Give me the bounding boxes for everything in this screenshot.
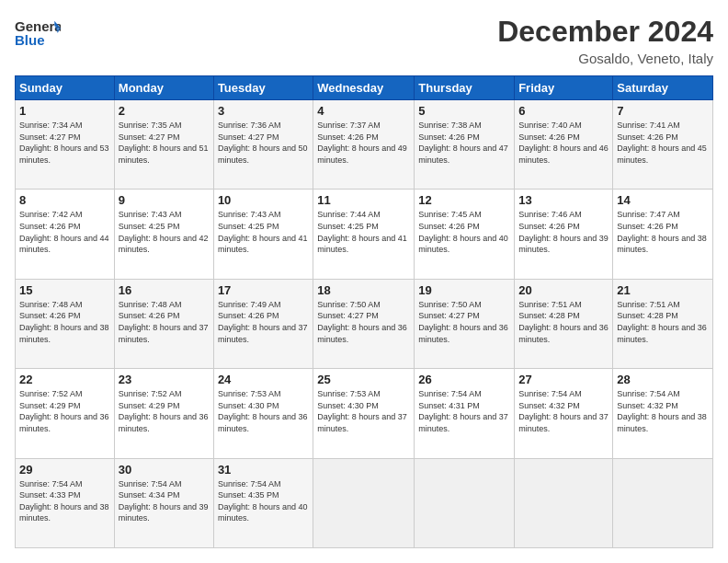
calendar-cell: 29 Sunrise: 7:54 AMSunset: 4:33 PMDaylig…: [16, 458, 115, 547]
day-number: 27: [518, 373, 609, 386]
day-number: 18: [317, 283, 410, 297]
logo: General Blue: [15, 15, 61, 52]
calendar-cell: 25 Sunrise: 7:53 AMSunset: 4:30 PMDaylig…: [313, 369, 415, 458]
day-number: 24: [218, 373, 309, 386]
calendar-cell: 15 Sunrise: 7:48 AMSunset: 4:26 PMDaylig…: [16, 279, 115, 368]
calendar-cell: 28 Sunrise: 7:54 AMSunset: 4:32 PMDaylig…: [613, 369, 713, 458]
calendar-week-5: 29 Sunrise: 7:54 AMSunset: 4:33 PMDaylig…: [16, 458, 713, 547]
header-row: Sunday Monday Tuesday Wednesday Thursday…: [16, 76, 713, 100]
day-info: Sunrise: 7:54 AMSunset: 4:32 PMDaylight:…: [617, 389, 707, 433]
header: General Blue December 2024 Gosaldo, Vene…: [15, 15, 713, 66]
day-number: 20: [518, 283, 609, 297]
day-number: 5: [418, 104, 510, 118]
day-info: Sunrise: 7:42 AMSunset: 4:26 PMDaylight:…: [19, 210, 109, 254]
day-info: Sunrise: 7:34 AMSunset: 4:27 PMDaylight:…: [19, 121, 109, 165]
svg-text:Blue: Blue: [15, 32, 45, 48]
day-number: 2: [119, 104, 210, 118]
calendar-cell: 9 Sunrise: 7:43 AMSunset: 4:25 PMDayligh…: [114, 190, 213, 279]
day-info: Sunrise: 7:36 AMSunset: 4:27 PMDaylight:…: [218, 121, 308, 165]
day-info: Sunrise: 7:49 AMSunset: 4:26 PMDaylight:…: [218, 300, 308, 344]
col-thursday: Thursday: [415, 76, 515, 100]
col-wednesday: Wednesday: [313, 76, 415, 100]
logo-icon: General Blue: [15, 15, 61, 52]
calendar-cell: 16 Sunrise: 7:48 AMSunset: 4:26 PMDaylig…: [114, 279, 213, 368]
day-info: Sunrise: 7:51 AMSunset: 4:28 PMDaylight:…: [617, 300, 707, 344]
day-number: 13: [518, 193, 609, 207]
title-block: December 2024 Gosaldo, Veneto, Italy: [497, 15, 713, 66]
day-number: 14: [617, 193, 709, 207]
day-number: 30: [119, 463, 210, 477]
day-info: Sunrise: 7:35 AMSunset: 4:27 PMDaylight:…: [119, 121, 209, 165]
day-number: 23: [119, 373, 210, 386]
day-info: Sunrise: 7:45 AMSunset: 4:26 PMDaylight:…: [418, 210, 508, 254]
calendar-cell: [415, 458, 515, 547]
day-number: 28: [617, 373, 709, 386]
day-number: 15: [19, 283, 110, 297]
day-info: Sunrise: 7:48 AMSunset: 4:26 PMDaylight:…: [119, 300, 209, 344]
day-info: Sunrise: 7:54 AMSunset: 4:31 PMDaylight:…: [418, 389, 508, 433]
calendar-cell: 31 Sunrise: 7:54 AMSunset: 4:35 PMDaylig…: [213, 458, 313, 547]
day-info: Sunrise: 7:48 AMSunset: 4:26 PMDaylight:…: [19, 300, 109, 344]
day-info: Sunrise: 7:53 AMSunset: 4:30 PMDaylight:…: [317, 389, 407, 433]
calendar-cell: 11 Sunrise: 7:44 AMSunset: 4:25 PMDaylig…: [313, 190, 415, 279]
day-info: Sunrise: 7:52 AMSunset: 4:29 PMDaylight:…: [19, 389, 109, 433]
day-info: Sunrise: 7:50 AMSunset: 4:27 PMDaylight:…: [418, 300, 508, 344]
location: Gosaldo, Veneto, Italy: [497, 51, 713, 66]
calendar-cell: 3 Sunrise: 7:36 AMSunset: 4:27 PMDayligh…: [213, 100, 313, 190]
calendar-cell: 26 Sunrise: 7:54 AMSunset: 4:31 PMDaylig…: [415, 369, 515, 458]
day-info: Sunrise: 7:44 AMSunset: 4:25 PMDaylight:…: [317, 210, 407, 254]
calendar-cell: 24 Sunrise: 7:53 AMSunset: 4:30 PMDaylig…: [213, 369, 313, 458]
calendar-cell: 27 Sunrise: 7:54 AMSunset: 4:32 PMDaylig…: [515, 369, 613, 458]
calendar-cell: 6 Sunrise: 7:40 AMSunset: 4:26 PMDayligh…: [515, 100, 613, 190]
month-title: December 2024: [497, 15, 713, 49]
day-number: 16: [119, 283, 210, 297]
day-info: Sunrise: 7:50 AMSunset: 4:27 PMDaylight:…: [317, 300, 407, 344]
calendar-cell: [613, 458, 713, 547]
calendar-cell: 19 Sunrise: 7:50 AMSunset: 4:27 PMDaylig…: [415, 279, 515, 368]
calendar-cell: 10 Sunrise: 7:43 AMSunset: 4:25 PMDaylig…: [213, 190, 313, 279]
day-number: 7: [617, 104, 709, 118]
calendar-week-2: 8 Sunrise: 7:42 AMSunset: 4:26 PMDayligh…: [16, 190, 713, 279]
col-friday: Friday: [515, 76, 613, 100]
calendar-cell: [515, 458, 613, 547]
day-number: 1: [19, 104, 110, 118]
calendar-cell: 1 Sunrise: 7:34 AMSunset: 4:27 PMDayligh…: [16, 100, 115, 190]
calendar-cell: 7 Sunrise: 7:41 AMSunset: 4:26 PMDayligh…: [613, 100, 713, 190]
calendar-cell: 30 Sunrise: 7:54 AMSunset: 4:34 PMDaylig…: [114, 458, 213, 547]
day-number: 19: [418, 283, 510, 297]
calendar-cell: 17 Sunrise: 7:49 AMSunset: 4:26 PMDaylig…: [213, 279, 313, 368]
calendar-week-4: 22 Sunrise: 7:52 AMSunset: 4:29 PMDaylig…: [16, 369, 713, 458]
day-info: Sunrise: 7:43 AMSunset: 4:25 PMDaylight:…: [218, 210, 308, 254]
day-number: 26: [418, 373, 510, 386]
col-saturday: Saturday: [613, 76, 713, 100]
day-info: Sunrise: 7:47 AMSunset: 4:26 PMDaylight:…: [617, 210, 707, 254]
calendar-cell: 5 Sunrise: 7:38 AMSunset: 4:26 PMDayligh…: [415, 100, 515, 190]
calendar-cell: 13 Sunrise: 7:46 AMSunset: 4:26 PMDaylig…: [515, 190, 613, 279]
day-info: Sunrise: 7:52 AMSunset: 4:29 PMDaylight:…: [119, 389, 209, 433]
day-info: Sunrise: 7:54 AMSunset: 4:33 PMDaylight:…: [19, 479, 109, 523]
day-number: 11: [317, 193, 410, 207]
day-number: 10: [218, 193, 309, 207]
calendar-cell: 14 Sunrise: 7:47 AMSunset: 4:26 PMDaylig…: [613, 190, 713, 279]
day-info: Sunrise: 7:38 AMSunset: 4:26 PMDaylight:…: [418, 121, 508, 165]
day-number: 22: [19, 373, 110, 386]
day-info: Sunrise: 7:53 AMSunset: 4:30 PMDaylight:…: [218, 389, 308, 433]
day-number: 4: [317, 104, 410, 118]
calendar-cell: 8 Sunrise: 7:42 AMSunset: 4:26 PMDayligh…: [16, 190, 115, 279]
day-number: 3: [218, 104, 309, 118]
day-info: Sunrise: 7:54 AMSunset: 4:35 PMDaylight:…: [218, 479, 308, 523]
day-number: 8: [19, 193, 110, 207]
day-number: 17: [218, 283, 309, 297]
day-info: Sunrise: 7:43 AMSunset: 4:25 PMDaylight:…: [119, 210, 209, 254]
col-tuesday: Tuesday: [213, 76, 313, 100]
day-number: 25: [317, 373, 410, 386]
col-monday: Monday: [114, 76, 213, 100]
day-info: Sunrise: 7:37 AMSunset: 4:26 PMDaylight:…: [317, 121, 407, 165]
day-number: 9: [119, 193, 210, 207]
calendar-cell: 12 Sunrise: 7:45 AMSunset: 4:26 PMDaylig…: [415, 190, 515, 279]
day-info: Sunrise: 7:41 AMSunset: 4:26 PMDaylight:…: [617, 121, 707, 165]
day-info: Sunrise: 7:46 AMSunset: 4:26 PMDaylight:…: [518, 210, 609, 254]
day-number: 29: [19, 463, 110, 477]
calendar-cell: [313, 458, 415, 547]
calendar-cell: 18 Sunrise: 7:50 AMSunset: 4:27 PMDaylig…: [313, 279, 415, 368]
